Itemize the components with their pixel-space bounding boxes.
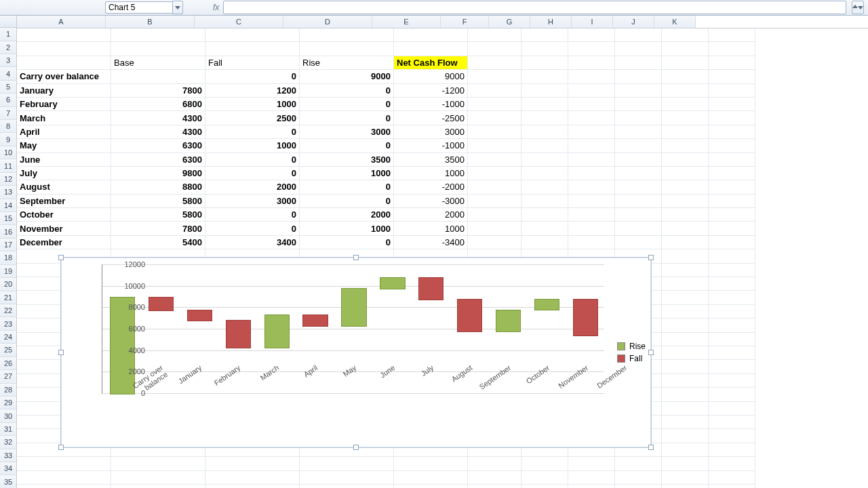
row-label-12[interactable]: December: [17, 235, 111, 249]
cell-rise-7[interactable]: 1000: [300, 166, 394, 180]
cell-net-3[interactable]: -2500: [394, 111, 468, 125]
row-header-34[interactable]: 34: [0, 462, 16, 475]
row-label-10[interactable]: October: [17, 208, 111, 222]
cell-rise-8[interactable]: 0: [300, 180, 394, 194]
col-header-F[interactable]: F: [441, 16, 489, 28]
cell-net-8[interactable]: -2000: [394, 180, 468, 194]
select-all-corner[interactable]: [0, 16, 16, 28]
row-label-0[interactable]: Carry over balance: [17, 70, 111, 83]
row-header-13[interactable]: 13: [0, 186, 16, 199]
cell-rise-11[interactable]: 1000: [300, 222, 394, 235]
cell-fall-6[interactable]: 0: [205, 152, 300, 166]
cell-base-6[interactable]: 6300: [111, 152, 205, 166]
cell-fall-9[interactable]: 3000: [205, 194, 300, 207]
bar-rise-7[interactable]: [380, 277, 405, 289]
row-header-23[interactable]: 23: [0, 317, 16, 330]
cell-net-12[interactable]: -3400: [394, 235, 468, 249]
cell-fall-2[interactable]: 1000: [205, 97, 300, 110]
bar-fall-1[interactable]: [149, 297, 174, 311]
name-box-dropdown[interactable]: [172, 1, 183, 14]
row-header-4[interactable]: 4: [0, 67, 16, 80]
cell-rise-5[interactable]: 0: [300, 139, 394, 152]
legend-item-rise[interactable]: Rise: [617, 342, 646, 351]
cell-rise-3[interactable]: 0: [300, 111, 394, 125]
header-net[interactable]: Net Cash Flow: [394, 56, 468, 69]
cell-net-2[interactable]: -1000: [394, 97, 468, 110]
row-header-8[interactable]: 8: [0, 120, 16, 133]
bar-rise-10[interactable]: [496, 310, 521, 333]
row-header-10[interactable]: 10: [0, 146, 16, 159]
cell-base-11[interactable]: 7800: [111, 222, 205, 235]
row-header-35[interactable]: 35: [0, 475, 16, 488]
cell-rise-9[interactable]: 0: [300, 194, 394, 207]
row-header-9[interactable]: 9: [0, 133, 16, 146]
col-header-K[interactable]: K: [654, 16, 696, 28]
cell-base-7[interactable]: 9800: [111, 166, 205, 180]
col-header-J[interactable]: J: [613, 16, 654, 28]
cell-net-1[interactable]: -1200: [394, 83, 468, 97]
cell-base-3[interactable]: 4300: [111, 111, 205, 125]
cell-base-8[interactable]: 8800: [111, 180, 205, 194]
row-header-5[interactable]: 5: [0, 81, 16, 94]
fx-icon[interactable]: fx: [213, 3, 219, 12]
col-header-A[interactable]: A: [17, 16, 106, 28]
cell-base-5[interactable]: 6300: [111, 139, 205, 152]
cell-net-11[interactable]: 1000: [394, 222, 468, 235]
row-header-25[interactable]: 25: [0, 344, 16, 357]
cell-base-2[interactable]: 6800: [111, 97, 205, 110]
row-header-2[interactable]: 2: [0, 41, 16, 54]
bar-fall-3[interactable]: [226, 320, 251, 348]
row-label-3[interactable]: March: [17, 111, 111, 125]
row-header-19[interactable]: 19: [0, 265, 16, 278]
cell-fall-7[interactable]: 0: [205, 166, 300, 180]
row-header-1[interactable]: 1: [0, 28, 16, 41]
cell-rise-12[interactable]: 0: [300, 235, 394, 249]
bar-fall-12[interactable]: [573, 299, 598, 337]
col-header-I[interactable]: I: [572, 16, 613, 28]
row-label-2[interactable]: February: [17, 97, 111, 110]
bar-fall-2[interactable]: [187, 310, 212, 322]
cell-fall-4[interactable]: 0: [205, 125, 300, 138]
bar-fall-9[interactable]: [457, 299, 482, 333]
cell-net-0[interactable]: 9000: [394, 70, 468, 83]
cell-base-10[interactable]: 5800: [111, 208, 205, 222]
cell-base-4[interactable]: 4300: [111, 125, 205, 138]
row-header-29[interactable]: 29: [0, 396, 16, 409]
row-header-17[interactable]: 17: [0, 239, 16, 251]
cell-net-10[interactable]: 2000: [394, 208, 468, 222]
row-header-14[interactable]: 14: [0, 199, 16, 212]
sheet-area[interactable]: ABCDEFGHIJK BaseFallRiseNet Cash FlowCar…: [17, 16, 868, 488]
row-header-32[interactable]: 32: [0, 436, 16, 449]
cell-rise-2[interactable]: 0: [300, 97, 394, 110]
row-label-1[interactable]: January: [17, 83, 111, 97]
cell-fall-12[interactable]: 3400: [205, 235, 300, 249]
cell-fall-5[interactable]: 1000: [205, 139, 300, 152]
row-header-20[interactable]: 20: [0, 278, 16, 291]
cell-fall-1[interactable]: 1200: [205, 83, 300, 97]
row-header-18[interactable]: 18: [0, 251, 16, 264]
row-header-26[interactable]: 26: [0, 357, 16, 370]
row-header-12[interactable]: 12: [0, 173, 16, 186]
row-label-6[interactable]: June: [17, 152, 111, 166]
cell-fall-11[interactable]: 0: [205, 222, 300, 235]
row-label-7[interactable]: July: [17, 166, 111, 180]
col-header-B[interactable]: B: [106, 16, 195, 28]
col-header-G[interactable]: G: [489, 16, 530, 28]
row-header-11[interactable]: 11: [0, 159, 16, 172]
cell-base-0[interactable]: [111, 70, 205, 83]
cell-rise-4[interactable]: 3000: [300, 125, 394, 138]
embedded-chart[interactable]: Rise Fall 020004000600080001000012000Car…: [60, 257, 652, 448]
cell-base-9[interactable]: 5800: [111, 194, 205, 207]
row-header-27[interactable]: 27: [0, 370, 16, 383]
col-header-D[interactable]: D: [283, 16, 372, 28]
header-fall[interactable]: Fall: [205, 56, 300, 69]
cell-fall-3[interactable]: 2500: [205, 111, 300, 125]
bar-rise-11[interactable]: [534, 299, 559, 311]
row-header-30[interactable]: 30: [0, 409, 16, 422]
cell-rise-0[interactable]: 9000: [300, 70, 394, 83]
legend-item-fall[interactable]: Fall: [617, 354, 646, 363]
cell-fall-10[interactable]: 0: [205, 208, 300, 222]
row-label-8[interactable]: August: [17, 180, 111, 194]
col-header-H[interactable]: H: [530, 16, 572, 28]
bar-rise-4[interactable]: [264, 314, 290, 348]
